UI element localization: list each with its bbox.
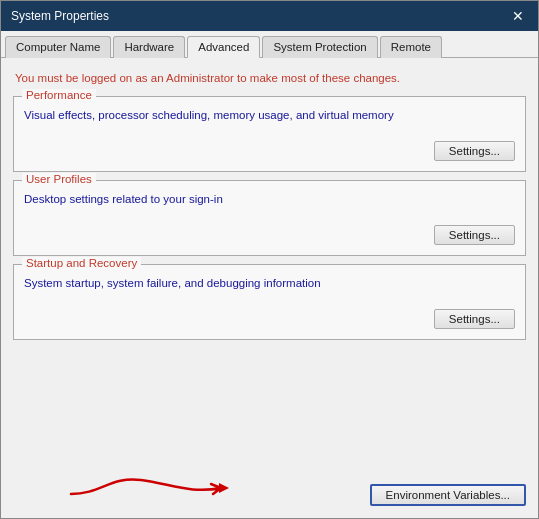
performance-settings-button[interactable]: Settings... (434, 141, 515, 161)
bottom-bar: Environment Variables... (1, 476, 538, 518)
startup-recovery-settings-row: Settings... (24, 309, 515, 329)
performance-desc: Visual effects, processor scheduling, me… (24, 109, 515, 121)
startup-recovery-desc: System startup, system failure, and debu… (24, 277, 515, 289)
environment-variables-button[interactable]: Environment Variables... (370, 484, 526, 506)
tab-bar: Computer Name Hardware Advanced System P… (1, 31, 538, 58)
close-button[interactable]: ✕ (508, 7, 528, 25)
tab-system-protection[interactable]: System Protection (262, 36, 377, 58)
tab-hardware[interactable]: Hardware (113, 36, 185, 58)
startup-recovery-settings-button[interactable]: Settings... (434, 309, 515, 329)
startup-recovery-section: Startup and Recovery System startup, sys… (13, 264, 526, 340)
tab-remote[interactable]: Remote (380, 36, 442, 58)
startup-recovery-label: Startup and Recovery (22, 257, 141, 269)
svg-marker-0 (219, 483, 229, 493)
title-bar: System Properties ✕ (1, 1, 538, 31)
performance-settings-row: Settings... (24, 141, 515, 161)
user-profiles-section: User Profiles Desktop settings related t… (13, 180, 526, 256)
window-title: System Properties (11, 9, 109, 23)
user-profiles-label: User Profiles (22, 173, 96, 185)
system-properties-window: System Properties ✕ Computer Name Hardwa… (0, 0, 539, 519)
user-profiles-settings-button[interactable]: Settings... (434, 225, 515, 245)
user-profiles-settings-row: Settings... (24, 225, 515, 245)
tab-computer-name[interactable]: Computer Name (5, 36, 111, 58)
admin-warning-text: You must be logged on as an Administrato… (13, 68, 526, 88)
performance-label: Performance (22, 89, 96, 101)
arrow-annotation (61, 466, 291, 502)
performance-section: Performance Visual effects, processor sc… (13, 96, 526, 172)
user-profiles-desc: Desktop settings related to your sign-in (24, 193, 515, 205)
tab-content: You must be logged on as an Administrato… (1, 58, 538, 476)
tab-advanced[interactable]: Advanced (187, 36, 260, 58)
